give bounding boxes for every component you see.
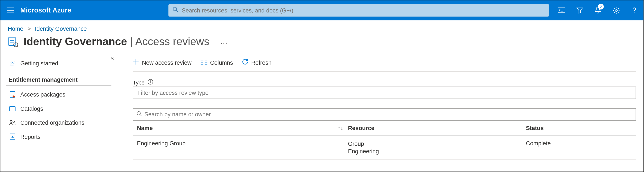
directory-filter-button[interactable] — [570, 1, 589, 20]
grid-header-row: Name ↑↓ Resource Status — [133, 121, 636, 136]
breadcrumb-separator: > — [28, 25, 31, 32]
page-title-divider: | — [127, 35, 135, 48]
svg-text:i: i — [150, 80, 151, 84]
sidebar-item-label: Reports — [20, 133, 40, 140]
search-icon — [173, 7, 178, 14]
cell-status: Complete — [526, 140, 636, 147]
column-header-status[interactable]: Status — [526, 125, 636, 131]
table-row[interactable]: Engineering Group Group Engineering Comp… — [133, 136, 636, 160]
svg-rect-4 — [8, 37, 15, 45]
package-icon — [8, 91, 16, 98]
hamburger-icon — [7, 8, 14, 13]
global-search[interactable] — [168, 4, 549, 17]
svg-line-21 — [140, 115, 142, 116]
sidebar-item-label: Getting started — [20, 60, 58, 67]
hamburger-menu-button[interactable] — [0, 8, 20, 13]
page-title-sub: Access reviews — [135, 35, 209, 48]
sidebar-item-label: Catalogs — [20, 105, 43, 112]
svg-rect-14 — [10, 106, 15, 107]
svg-point-15 — [10, 120, 12, 122]
type-label-text: Type — [133, 79, 144, 86]
name-owner-search[interactable] — [133, 108, 636, 121]
brand-label[interactable]: Microsoft Azure — [20, 7, 88, 14]
svg-point-0 — [173, 7, 177, 11]
column-header-label: Resource — [348, 125, 374, 131]
type-filter-input[interactable] — [133, 87, 636, 99]
main-content: New access review Columns Refresh Type — [116, 54, 643, 160]
reports-icon — [8, 133, 16, 140]
breadcrumb-identity-governance[interactable]: Identity Governance — [35, 25, 87, 32]
sidebar-item-label: Connected organizations — [20, 119, 84, 126]
columns-icon — [200, 59, 207, 66]
svg-line-1 — [176, 11, 178, 12]
button-label: Refresh — [251, 59, 272, 66]
svg-rect-2 — [558, 7, 565, 13]
cloud-shell-icon — [558, 7, 566, 14]
topbar-actions: 7 ? — [552, 1, 644, 20]
breadcrumb: Home > Identity Governance — [0, 20, 644, 34]
cloud-shell-button[interactable] — [552, 1, 571, 20]
settings-button[interactable] — [607, 1, 625, 20]
sidebar-item-reports[interactable]: Reports — [6, 130, 111, 144]
button-label: Columns — [210, 59, 233, 66]
resource-name: Engineering — [348, 147, 526, 155]
info-icon[interactable]: i — [148, 79, 153, 86]
type-filter-label: Type i — [133, 79, 636, 86]
svg-point-3 — [615, 9, 617, 12]
global-search-input[interactable] — [182, 7, 545, 14]
svg-point-20 — [137, 112, 140, 115]
svg-point-8 — [14, 43, 18, 47]
page-title-main: Identity Governance — [24, 35, 127, 48]
page-title-row: Identity Governance | Access reviews … — [0, 34, 644, 54]
chevron-left-double-icon: « — [110, 55, 114, 61]
people-icon — [8, 120, 16, 126]
help-button[interactable]: ? — [625, 1, 644, 20]
columns-button[interactable]: Columns — [200, 59, 233, 66]
sidebar-item-connected-organizations[interactable]: Connected organizations — [6, 116, 111, 130]
resource-type: Group — [348, 140, 526, 147]
plus-icon — [133, 59, 139, 66]
sidebar-group-entitlement: Entitlement management — [6, 71, 111, 86]
collapse-sidebar-button[interactable]: « — [110, 55, 114, 61]
notifications-button[interactable]: 7 — [589, 1, 607, 20]
refresh-button[interactable]: Refresh — [242, 59, 272, 66]
command-bar: New access review Columns Refresh — [133, 54, 636, 72]
column-header-label: Status — [526, 125, 544, 131]
svg-rect-13 — [10, 107, 15, 111]
name-owner-search-input[interactable] — [144, 111, 632, 118]
notification-badge: 7 — [598, 4, 604, 10]
page-more-button[interactable]: … — [220, 37, 228, 46]
cell-name: Engineering Group — [133, 140, 348, 147]
svg-line-9 — [18, 46, 19, 47]
page-title: Identity Governance | Access reviews — [24, 35, 209, 48]
gear-icon — [613, 7, 620, 14]
sidebar: « Getting started Entitlement management… — [0, 54, 116, 160]
filter-icon — [576, 7, 583, 14]
new-access-review-button[interactable]: New access review — [133, 59, 192, 66]
cell-resource: Group Engineering — [348, 140, 526, 155]
sidebar-item-getting-started[interactable]: Getting started — [6, 56, 111, 71]
sort-icon[interactable]: ↑↓ — [338, 125, 343, 131]
catalog-icon — [8, 106, 16, 111]
button-label: New access review — [142, 59, 192, 66]
sidebar-item-access-packages[interactable]: Access packages — [6, 88, 111, 102]
identity-governance-icon — [8, 36, 19, 47]
breadcrumb-home[interactable]: Home — [8, 25, 24, 32]
svg-point-10 — [10, 61, 15, 66]
refresh-icon — [242, 59, 248, 66]
search-icon — [136, 111, 142, 118]
sidebar-item-catalogs[interactable]: Catalogs — [6, 101, 111, 116]
top-nav-bar: Microsoft Azure 7 ? — [0, 1, 644, 20]
svg-point-16 — [13, 121, 14, 123]
getting-started-icon — [8, 60, 16, 67]
column-header-name[interactable]: Name ↑↓ — [133, 125, 348, 131]
help-icon: ? — [632, 6, 636, 15]
svg-point-12 — [13, 95, 15, 98]
column-header-resource[interactable]: Resource — [348, 125, 526, 131]
column-header-label: Name — [137, 125, 153, 131]
sidebar-item-label: Access packages — [20, 91, 65, 98]
